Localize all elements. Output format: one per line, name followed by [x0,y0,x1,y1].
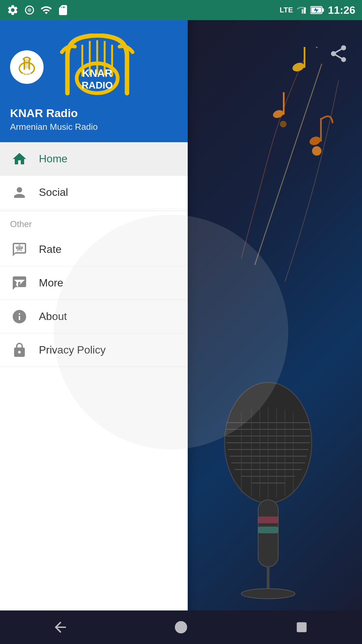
svg-rect-9 [29,59,30,70]
svg-rect-8 [23,59,25,70]
header-logo-row: KNAR RADIO [10,34,178,101]
svg-rect-53 [258,517,278,523]
privacy-icon [10,341,29,360]
svg-rect-54 [258,527,278,533]
signal-icon [296,5,307,15]
navigation-drawer: KNAR RADIO [0,20,188,644]
bottom-nav-bar [0,610,362,644]
main-container: KNAR RADIO [0,20,362,644]
svg-rect-31 [320,118,322,142]
section-header-other: Other [0,211,188,233]
right-panel [188,20,362,644]
back-button[interactable] [47,614,74,641]
home-label: Home [39,153,67,165]
about-icon [10,307,29,326]
settings-icon [7,4,19,16]
lte-badge: LTE [280,6,293,14]
nav-item-more[interactable]: More [0,266,188,300]
status-bar-right: LTE 11:26 [280,4,355,16]
svg-point-1 [27,8,32,12]
logo-lyre-large: KNAR RADIO [50,34,144,101]
privacy-label: Privacy Policy [39,344,106,356]
app-subtitle: Armenian Music Radio [10,122,178,132]
logo-lyre-small: KNAR RADIO [13,54,40,80]
wifi-icon [40,4,52,16]
svg-point-57 [175,621,187,634]
home-icon [10,150,29,168]
nav-item-privacy[interactable]: Privacy Policy [0,333,188,367]
svg-rect-58 [297,622,306,632]
svg-rect-29 [283,92,285,115]
time-display: 11:26 [328,4,355,16]
app-logo-circle: KNAR RADIO [10,50,44,84]
svg-point-33 [280,121,287,127]
rate-icon [10,240,29,259]
about-label: About [39,310,67,323]
svg-rect-23 [15,282,17,284]
svg-point-30 [308,135,322,147]
svg-point-32 [312,146,321,156]
network-icon [23,4,36,16]
svg-point-56 [241,589,295,599]
svg-rect-24 [18,282,20,284]
svg-text:RADIO: RADIO [81,80,113,91]
status-bar-left [7,4,69,16]
nav-item-rate[interactable]: Rate [0,233,188,266]
social-label: Social [39,186,68,199]
drawer-header: KNAR RADIO [0,20,188,142]
svg-rect-27 [304,47,305,68]
svg-point-26 [291,61,305,73]
rate-label: Rate [39,243,62,256]
nav-list: Home Social Other [0,142,188,644]
more-label: More [39,277,63,289]
svg-text:KNAR: KNAR [22,72,31,76]
svg-rect-3 [302,9,303,13]
battery-icon [310,5,324,15]
svg-text:KNAR: KNAR [82,67,112,79]
sd-card-icon [57,4,69,16]
svg-rect-6 [322,8,324,12]
app-name: KNAR Radio [10,107,178,120]
recents-button[interactable] [288,614,315,641]
background-panel [188,20,362,644]
home-button[interactable] [168,614,194,641]
svg-rect-2 [304,7,306,14]
nav-item-home[interactable]: Home [0,142,188,176]
social-icon [10,183,29,202]
nav-item-social[interactable]: Social [0,176,188,209]
status-bar: LTE 11:26 [0,0,362,20]
svg-rect-25 [22,282,24,284]
share-button[interactable] [328,44,352,67]
music-notes-decoration [188,47,362,282]
nav-item-about[interactable]: About [0,300,188,333]
svg-text:RADIO: RADIO [23,76,31,79]
microphone-decoration [188,376,355,610]
more-icon [10,274,29,292]
